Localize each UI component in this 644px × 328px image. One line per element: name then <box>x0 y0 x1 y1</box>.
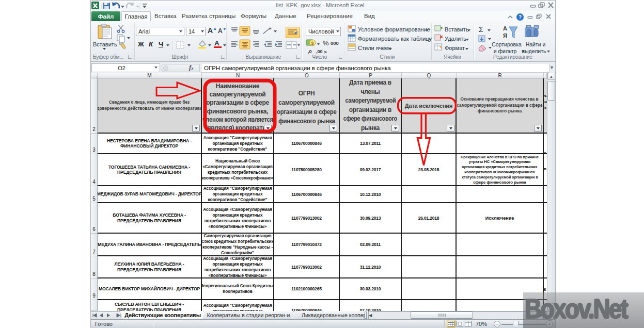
svg-text:А: А <box>503 25 507 31</box>
svg-text:?: ? <box>519 14 522 20</box>
svg-text:,00: ,00 <box>316 49 323 54</box>
svg-text:,0: ,0 <box>308 49 312 54</box>
svg-text:Я: Я <box>503 32 507 39</box>
svg-text:$: $ <box>311 41 313 46</box>
svg-text:%: % <box>323 39 329 47</box>
svg-text:000: 000 <box>331 40 339 46</box>
